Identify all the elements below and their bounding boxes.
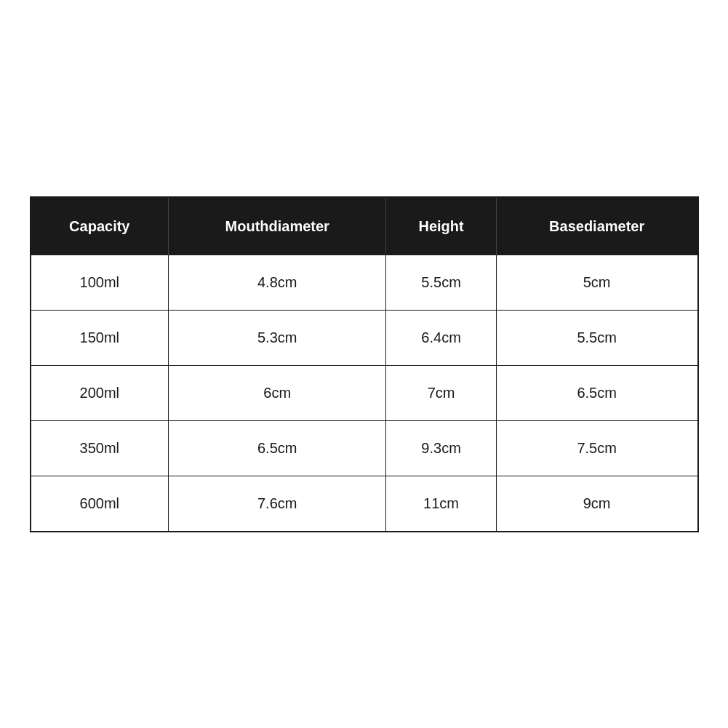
cell-base-1: 5.5cm — [496, 310, 697, 365]
col-header-capacity: Capacity — [31, 198, 169, 255]
cell-mouth-4: 7.6cm — [169, 476, 386, 531]
cell-base-0: 5cm — [496, 255, 697, 311]
cell-height-2: 7cm — [386, 365, 497, 420]
col-header-mouthdiameter: Mouthdiameter — [169, 198, 386, 255]
cell-capacity-1: 150ml — [31, 310, 169, 365]
cell-capacity-2: 200ml — [31, 365, 169, 420]
cell-base-3: 7.5cm — [496, 420, 697, 476]
col-header-height: Height — [386, 198, 497, 255]
table-body: 100ml4.8cm5.5cm5cm150ml5.3cm6.4cm5.5cm20… — [31, 255, 697, 531]
table-row: 150ml5.3cm6.4cm5.5cm — [31, 310, 697, 365]
header-row: Capacity Mouthdiameter Height Basediamet… — [31, 198, 697, 255]
cell-mouth-0: 4.8cm — [169, 255, 386, 311]
table-row: 350ml6.5cm9.3cm7.5cm — [31, 420, 697, 476]
cell-height-3: 9.3cm — [386, 420, 497, 476]
cell-mouth-2: 6cm — [169, 365, 386, 420]
col-header-basediameter: Basediameter — [496, 198, 697, 255]
cell-height-0: 5.5cm — [386, 255, 497, 311]
table-row: 600ml7.6cm11cm9cm — [31, 476, 697, 531]
cell-mouth-3: 6.5cm — [169, 420, 386, 476]
specs-table-wrapper: Capacity Mouthdiameter Height Basediamet… — [30, 196, 699, 532]
table-row: 100ml4.8cm5.5cm5cm — [31, 255, 697, 311]
cell-capacity-3: 350ml — [31, 420, 169, 476]
table-header: Capacity Mouthdiameter Height Basediamet… — [31, 198, 697, 255]
cell-base-2: 6.5cm — [496, 365, 697, 420]
table-row: 200ml6cm7cm6.5cm — [31, 365, 697, 420]
cell-capacity-4: 600ml — [31, 476, 169, 531]
cell-capacity-0: 100ml — [31, 255, 169, 311]
cell-height-4: 11cm — [386, 476, 497, 531]
cell-height-1: 6.4cm — [386, 310, 497, 365]
cell-base-4: 9cm — [496, 476, 697, 531]
specs-table: Capacity Mouthdiameter Height Basediamet… — [31, 198, 697, 531]
cell-mouth-1: 5.3cm — [169, 310, 386, 365]
